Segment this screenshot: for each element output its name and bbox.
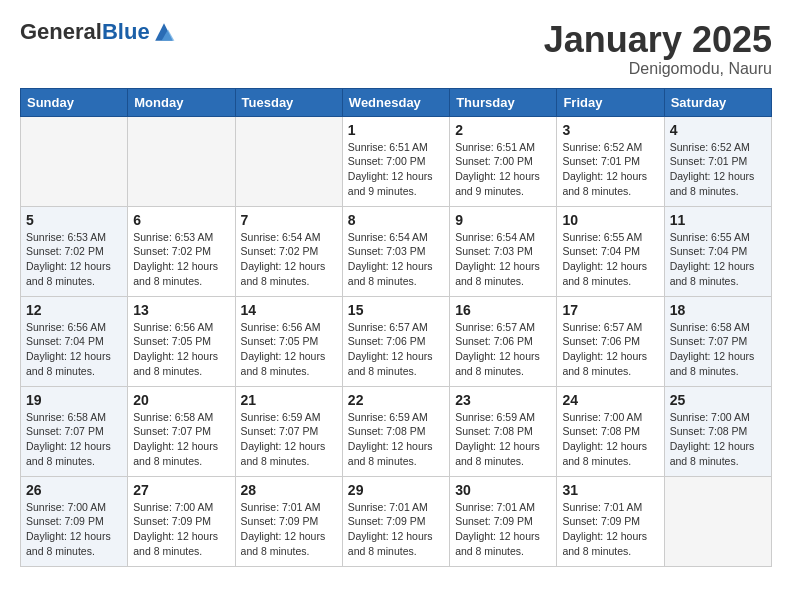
day-number: 1: [348, 122, 444, 138]
day-info: Sunrise: 6:54 AM Sunset: 7:03 PM Dayligh…: [455, 230, 551, 289]
calendar-day-cell: 4Sunrise: 6:52 AM Sunset: 7:01 PM Daylig…: [664, 116, 771, 206]
day-header-monday: Monday: [128, 88, 235, 116]
day-number: 24: [562, 392, 658, 408]
day-info: Sunrise: 7:01 AM Sunset: 7:09 PM Dayligh…: [348, 500, 444, 559]
calendar-day-cell: 1Sunrise: 6:51 AM Sunset: 7:00 PM Daylig…: [342, 116, 449, 206]
calendar-day-cell: 27Sunrise: 7:00 AM Sunset: 7:09 PM Dayli…: [128, 476, 235, 566]
day-info: Sunrise: 6:54 AM Sunset: 7:03 PM Dayligh…: [348, 230, 444, 289]
day-number: 19: [26, 392, 122, 408]
day-number: 13: [133, 302, 229, 318]
calendar-day-cell: 16Sunrise: 6:57 AM Sunset: 7:06 PM Dayli…: [450, 296, 557, 386]
day-header-thursday: Thursday: [450, 88, 557, 116]
calendar-week-row: 1Sunrise: 6:51 AM Sunset: 7:00 PM Daylig…: [21, 116, 772, 206]
day-info: Sunrise: 7:00 AM Sunset: 7:08 PM Dayligh…: [670, 410, 766, 469]
day-number: 5: [26, 212, 122, 228]
day-info: Sunrise: 7:01 AM Sunset: 7:09 PM Dayligh…: [562, 500, 658, 559]
day-info: Sunrise: 6:57 AM Sunset: 7:06 PM Dayligh…: [562, 320, 658, 379]
logo-blue-text: Blue: [102, 19, 150, 44]
day-number: 10: [562, 212, 658, 228]
day-number: 20: [133, 392, 229, 408]
day-info: Sunrise: 6:58 AM Sunset: 7:07 PM Dayligh…: [670, 320, 766, 379]
calendar-day-cell: [664, 476, 771, 566]
day-info: Sunrise: 6:57 AM Sunset: 7:06 PM Dayligh…: [348, 320, 444, 379]
calendar-table: SundayMondayTuesdayWednesdayThursdayFrid…: [20, 88, 772, 567]
day-info: Sunrise: 6:58 AM Sunset: 7:07 PM Dayligh…: [133, 410, 229, 469]
day-number: 26: [26, 482, 122, 498]
day-number: 17: [562, 302, 658, 318]
location: Denigomodu, Nauru: [544, 60, 772, 78]
day-number: 21: [241, 392, 337, 408]
page-header: GeneralBlue January 2025 Denigomodu, Nau…: [20, 20, 772, 78]
day-number: 6: [133, 212, 229, 228]
day-number: 30: [455, 482, 551, 498]
day-number: 31: [562, 482, 658, 498]
day-number: 11: [670, 212, 766, 228]
day-info: Sunrise: 7:00 AM Sunset: 7:09 PM Dayligh…: [26, 500, 122, 559]
day-info: Sunrise: 6:59 AM Sunset: 7:07 PM Dayligh…: [241, 410, 337, 469]
day-number: 12: [26, 302, 122, 318]
calendar-day-cell: 15Sunrise: 6:57 AM Sunset: 7:06 PM Dayli…: [342, 296, 449, 386]
calendar-day-cell: 29Sunrise: 7:01 AM Sunset: 7:09 PM Dayli…: [342, 476, 449, 566]
calendar-day-cell: 13Sunrise: 6:56 AM Sunset: 7:05 PM Dayli…: [128, 296, 235, 386]
day-number: 25: [670, 392, 766, 408]
calendar-day-cell: 21Sunrise: 6:59 AM Sunset: 7:07 PM Dayli…: [235, 386, 342, 476]
calendar-day-cell: 22Sunrise: 6:59 AM Sunset: 7:08 PM Dayli…: [342, 386, 449, 476]
calendar-week-row: 12Sunrise: 6:56 AM Sunset: 7:04 PM Dayli…: [21, 296, 772, 386]
calendar-day-cell: 31Sunrise: 7:01 AM Sunset: 7:09 PM Dayli…: [557, 476, 664, 566]
day-info: Sunrise: 6:54 AM Sunset: 7:02 PM Dayligh…: [241, 230, 337, 289]
day-header-sunday: Sunday: [21, 88, 128, 116]
day-info: Sunrise: 6:59 AM Sunset: 7:08 PM Dayligh…: [348, 410, 444, 469]
calendar-day-cell: 20Sunrise: 6:58 AM Sunset: 7:07 PM Dayli…: [128, 386, 235, 476]
calendar-day-cell: 7Sunrise: 6:54 AM Sunset: 7:02 PM Daylig…: [235, 206, 342, 296]
day-info: Sunrise: 6:56 AM Sunset: 7:05 PM Dayligh…: [133, 320, 229, 379]
calendar-day-cell: [21, 116, 128, 206]
day-info: Sunrise: 7:00 AM Sunset: 7:08 PM Dayligh…: [562, 410, 658, 469]
calendar-day-cell: 19Sunrise: 6:58 AM Sunset: 7:07 PM Dayli…: [21, 386, 128, 476]
day-info: Sunrise: 6:53 AM Sunset: 7:02 PM Dayligh…: [133, 230, 229, 289]
day-info: Sunrise: 6:56 AM Sunset: 7:05 PM Dayligh…: [241, 320, 337, 379]
logo-general-text: General: [20, 19, 102, 44]
day-number: 15: [348, 302, 444, 318]
day-number: 28: [241, 482, 337, 498]
day-info: Sunrise: 6:51 AM Sunset: 7:00 PM Dayligh…: [348, 140, 444, 199]
day-info: Sunrise: 6:56 AM Sunset: 7:04 PM Dayligh…: [26, 320, 122, 379]
day-number: 22: [348, 392, 444, 408]
calendar-day-cell: [235, 116, 342, 206]
day-info: Sunrise: 6:55 AM Sunset: 7:04 PM Dayligh…: [562, 230, 658, 289]
calendar-day-cell: 25Sunrise: 7:00 AM Sunset: 7:08 PM Dayli…: [664, 386, 771, 476]
calendar-header-row: SundayMondayTuesdayWednesdayThursdayFrid…: [21, 88, 772, 116]
day-number: 7: [241, 212, 337, 228]
day-number: 18: [670, 302, 766, 318]
day-info: Sunrise: 6:52 AM Sunset: 7:01 PM Dayligh…: [670, 140, 766, 199]
day-header-wednesday: Wednesday: [342, 88, 449, 116]
calendar-day-cell: [128, 116, 235, 206]
calendar-day-cell: 23Sunrise: 6:59 AM Sunset: 7:08 PM Dayli…: [450, 386, 557, 476]
day-header-friday: Friday: [557, 88, 664, 116]
calendar-day-cell: 26Sunrise: 7:00 AM Sunset: 7:09 PM Dayli…: [21, 476, 128, 566]
calendar-day-cell: 17Sunrise: 6:57 AM Sunset: 7:06 PM Dayli…: [557, 296, 664, 386]
day-number: 8: [348, 212, 444, 228]
day-number: 27: [133, 482, 229, 498]
logo: GeneralBlue: [20, 20, 176, 44]
day-number: 16: [455, 302, 551, 318]
day-number: 14: [241, 302, 337, 318]
calendar-week-row: 26Sunrise: 7:00 AM Sunset: 7:09 PM Dayli…: [21, 476, 772, 566]
calendar-day-cell: 28Sunrise: 7:01 AM Sunset: 7:09 PM Dayli…: [235, 476, 342, 566]
day-info: Sunrise: 6:57 AM Sunset: 7:06 PM Dayligh…: [455, 320, 551, 379]
day-info: Sunrise: 6:52 AM Sunset: 7:01 PM Dayligh…: [562, 140, 658, 199]
day-number: 9: [455, 212, 551, 228]
calendar-day-cell: 18Sunrise: 6:58 AM Sunset: 7:07 PM Dayli…: [664, 296, 771, 386]
day-header-tuesday: Tuesday: [235, 88, 342, 116]
day-number: 29: [348, 482, 444, 498]
day-info: Sunrise: 7:00 AM Sunset: 7:09 PM Dayligh…: [133, 500, 229, 559]
calendar-day-cell: 11Sunrise: 6:55 AM Sunset: 7:04 PM Dayli…: [664, 206, 771, 296]
calendar-day-cell: 8Sunrise: 6:54 AM Sunset: 7:03 PM Daylig…: [342, 206, 449, 296]
calendar-day-cell: 10Sunrise: 6:55 AM Sunset: 7:04 PM Dayli…: [557, 206, 664, 296]
day-number: 2: [455, 122, 551, 138]
calendar-week-row: 5Sunrise: 6:53 AM Sunset: 7:02 PM Daylig…: [21, 206, 772, 296]
calendar-day-cell: 3Sunrise: 6:52 AM Sunset: 7:01 PM Daylig…: [557, 116, 664, 206]
day-info: Sunrise: 7:01 AM Sunset: 7:09 PM Dayligh…: [455, 500, 551, 559]
calendar-day-cell: 24Sunrise: 7:00 AM Sunset: 7:08 PM Dayli…: [557, 386, 664, 476]
calendar-week-row: 19Sunrise: 6:58 AM Sunset: 7:07 PM Dayli…: [21, 386, 772, 476]
day-number: 3: [562, 122, 658, 138]
